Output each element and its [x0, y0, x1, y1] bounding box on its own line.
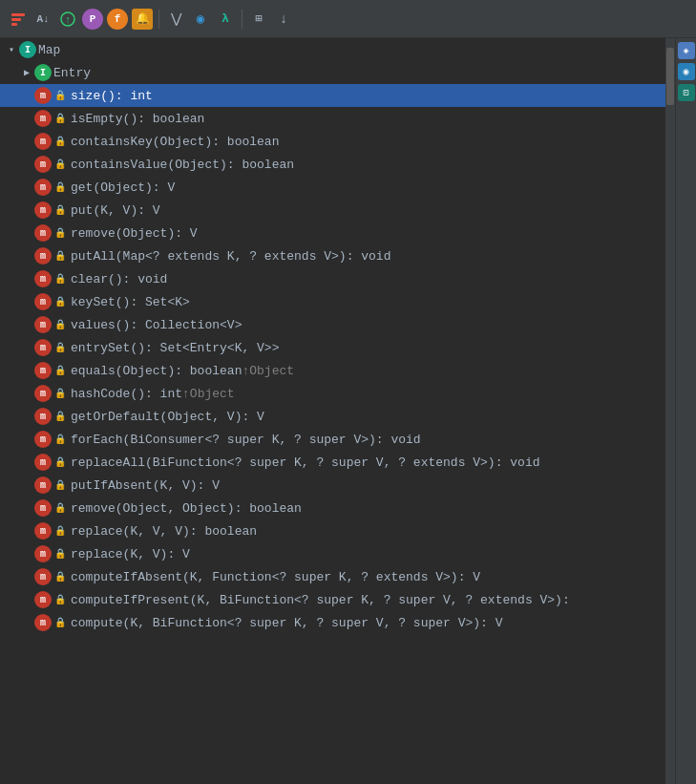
method-replaceKV[interactable]: m 🔒 replace(K, V): V	[0, 542, 665, 565]
entry-node[interactable]: ▶ I Entry	[0, 61, 665, 84]
method-get[interactable]: m 🔒 get(Object): V	[0, 176, 665, 199]
lock-icon-equals: 🔒	[53, 364, 67, 377]
method-icon-hashCode: m	[34, 385, 52, 402]
toolbar-separator-1	[158, 10, 159, 29]
lock-icon-replaceKVV: 🔒	[53, 524, 67, 538]
method-icon-clear: m	[34, 270, 52, 287]
method-text-replaceKV: replace(K, V): V	[71, 547, 190, 562]
fields-icon[interactable]: f	[107, 9, 128, 30]
lock-icon-putAll: 🔒	[53, 249, 67, 263]
circle-icon[interactable]: ◉	[190, 9, 211, 30]
lock-icon-keySet: 🔒	[53, 295, 67, 308]
method-icon-removeObj: m	[34, 499, 52, 517]
method-replaceAll[interactable]: m 🔒 replaceAll(BiFunction<? super K, ? s…	[0, 451, 665, 474]
method-text-values: values(): Collection<V>	[71, 318, 242, 332]
entry-class-icon: I	[34, 64, 52, 81]
method-icon-keySet: m	[34, 293, 52, 310]
map-root-node[interactable]: ▾ I Map	[0, 38, 665, 61]
scrollbar-thumb[interactable]	[666, 48, 674, 105]
down-arrow-icon[interactable]: ↓	[273, 9, 294, 30]
main-container: A↓ ↑ P f 🔔 ⋁ ◉ λ ⊞ ↓ ▾ I Map ▶	[0, 0, 696, 784]
method-icon-entrySet: m	[34, 339, 52, 356]
lock-icon-removeObj: 🔒	[53, 501, 67, 515]
sort-by-type-icon[interactable]	[8, 9, 29, 30]
method-icon-remove: m	[34, 224, 52, 242]
method-removeObj[interactable]: m 🔒 remove(Object, Object): boolean	[0, 497, 665, 519]
method-put[interactable]: m 🔒 put(K, V): V	[0, 199, 665, 222]
map-expand-arrow[interactable]: ▾	[4, 42, 19, 57]
lock-icon-computeIfPresent: 🔒	[53, 593, 67, 606]
method-text-getOrDefault: getOrDefault(Object, V): V	[71, 410, 264, 424]
right-sidebar: ◈ ◉ ⊡	[675, 38, 696, 784]
method-isEmpty[interactable]: m 🔒 isEmpty(): boolean	[0, 107, 665, 130]
method-text-get: get(Object): V	[71, 180, 175, 195]
method-remove[interactable]: m 🔒 remove(Object): V	[0, 222, 665, 244]
method-icon-replaceKVV: m	[34, 522, 52, 540]
entry-label: Entry	[53, 66, 91, 80]
method-icon-containsKey: m	[34, 133, 52, 150]
layout-icon[interactable]: ⊞	[248, 9, 269, 30]
method-entrySet[interactable]: m 🔒 entrySet(): Set<Entry<K, V>>	[0, 336, 665, 359]
filter-icon[interactable]: ⋁	[165, 9, 186, 30]
svg-rect-0	[11, 13, 25, 16]
method-icon-equals: m	[34, 362, 52, 379]
public-icon[interactable]: P	[82, 9, 103, 30]
method-icon-computeIfAbsent: m	[34, 568, 52, 585]
method-icon-isEmpty: m	[34, 110, 52, 127]
method-text-compute: compute(K, BiFunction<? super K, ? super…	[71, 616, 502, 630]
method-size[interactable]: m 🔒 size(): int	[0, 84, 665, 107]
method-text-computeIfAbsent: computeIfAbsent(K, Function<? super K, ?…	[71, 570, 480, 584]
method-replaceKVV[interactable]: m 🔒 replace(K, V, V): boolean	[0, 519, 665, 542]
method-compute[interactable]: m 🔒 compute(K, BiFunction<? super K, ? s…	[0, 611, 665, 634]
vertical-scrollbar[interactable]	[665, 38, 675, 784]
method-icon-containsValue: m	[34, 156, 52, 173]
method-text-entrySet: entrySet(): Set<Entry<K, V>>	[71, 341, 279, 355]
method-forEach[interactable]: m 🔒 forEach(BiConsumer<? super K, ? supe…	[0, 428, 665, 451]
lock-icon-containsValue: 🔒	[53, 158, 67, 171]
method-text-hashCode-inherited: ↑Object	[182, 387, 235, 401]
lock-icon-containsKey: 🔒	[53, 135, 67, 148]
lock-icon-forEach: 🔒	[53, 433, 67, 446]
method-text-containsValue: containsValue(Object): boolean	[71, 158, 294, 172]
method-icon-replaceAll: m	[34, 454, 52, 471]
tree-area: ▾ I Map ▶ I Entry m 🔒 size(): int	[0, 38, 696, 784]
sidebar-icon-1[interactable]: ◈	[678, 42, 695, 59]
method-containsValue[interactable]: m 🔒 containsValue(Object): boolean	[0, 153, 665, 176]
method-equals[interactable]: m 🔒 equals(Object): boolean ↑Object	[0, 359, 665, 382]
sort-alpha-icon[interactable]: A↓	[32, 9, 53, 30]
method-hashCode[interactable]: m 🔒 hashCode(): int ↑Object	[0, 382, 665, 405]
method-icon-putAll: m	[34, 247, 52, 265]
svg-text:↑: ↑	[65, 14, 72, 26]
method-values[interactable]: m 🔒 values(): Collection<V>	[0, 313, 665, 336]
method-keySet[interactable]: m 🔒 keySet(): Set<K>	[0, 290, 665, 313]
properties-icon[interactable]: 🔔	[132, 9, 153, 30]
method-computeIfPresent[interactable]: m 🔒 computeIfPresent(K, BiFunction<? sup…	[0, 588, 665, 611]
lambda-icon[interactable]: λ	[215, 9, 236, 30]
method-text-size: size(): int	[71, 89, 153, 103]
method-text-equals-inherited: ↑Object	[242, 364, 294, 378]
method-icon-size: m	[34, 87, 52, 104]
entry-expand-arrow[interactable]: ▶	[19, 65, 34, 80]
lock-icon-isEmpty: 🔒	[53, 112, 67, 125]
lock-icon-values: 🔒	[53, 318, 67, 331]
lock-icon-size: 🔒	[53, 89, 67, 102]
method-text-computeIfPresent: computeIfPresent(K, BiFunction<? super K…	[71, 593, 570, 607]
method-containsKey[interactable]: m 🔒 containsKey(Object): boolean	[0, 130, 665, 153]
method-putIfAbsent[interactable]: m 🔒 putIfAbsent(K, V): V	[0, 474, 665, 497]
method-putAll[interactable]: m 🔒 putAll(Map<? extends K, ? extends V>…	[0, 244, 665, 267]
lock-icon-entrySet: 🔒	[53, 341, 67, 354]
toolbar-separator-2	[242, 10, 243, 29]
method-getOrDefault[interactable]: m 🔒 getOrDefault(Object, V): V	[0, 405, 665, 428]
lock-icon-put: 🔒	[53, 203, 67, 217]
sidebar-icon-3[interactable]: ⊡	[678, 84, 695, 101]
sidebar-icon-2[interactable]: ◉	[678, 63, 695, 80]
method-text-isEmpty: isEmpty(): boolean	[71, 112, 204, 126]
method-icon-replaceKV: m	[34, 545, 52, 562]
method-icon-compute: m	[34, 614, 52, 631]
lock-icon-computeIfAbsent: 🔒	[53, 570, 67, 583]
tree-content[interactable]: ▾ I Map ▶ I Entry m 🔒 size(): int	[0, 38, 665, 784]
method-clear[interactable]: m 🔒 clear(): void	[0, 267, 665, 290]
method-computeIfAbsent[interactable]: m 🔒 computeIfAbsent(K, Function<? super …	[0, 565, 665, 588]
expand-all-icon[interactable]: ↑	[57, 9, 78, 30]
method-icon-values: m	[34, 316, 52, 333]
